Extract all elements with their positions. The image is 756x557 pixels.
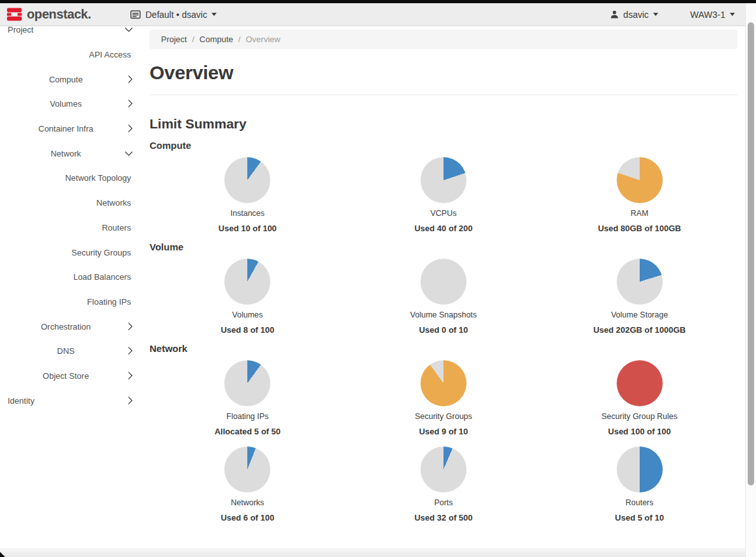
- chart-grid-compute: InstancesUsed 10 of 100VCPUsUsed 40 of 2…: [150, 157, 737, 233]
- openstack-logo-icon: [6, 6, 22, 22]
- chart-caption: Used 40 of 200: [414, 224, 472, 233]
- chart-caption: Used 9 of 10: [419, 427, 468, 436]
- pie-chart-instances: [224, 157, 270, 203]
- sidebar-item-label: Routers: [0, 222, 146, 232]
- user-icon: [610, 10, 619, 19]
- quota-chart-floating-ips: Floating IPsAllocated 5 of 50: [150, 360, 346, 436]
- chart-caption: Used 10 of 100: [219, 224, 277, 233]
- domain-list-icon: [130, 10, 141, 19]
- chart-caption: Used 100 of 100: [608, 427, 671, 436]
- chart-label: Volume Snapshots: [410, 310, 477, 319]
- chart-label: Routers: [626, 498, 654, 507]
- chart-caption: Used 32 of 500: [414, 513, 472, 523]
- sidebar-item-project[interactable]: Project: [0, 26, 146, 42]
- chart-label: Ports: [434, 498, 452, 507]
- quota-chart-routers: RoutersUsed 5 of 10: [541, 446, 737, 523]
- navbar-right: dsavic WAW3-1: [610, 10, 745, 20]
- breadcrumb: Project/Compute/Overview: [150, 29, 737, 49]
- sidebar-item-network-topology[interactable]: Network Topology: [0, 165, 146, 190]
- scrollbar-track[interactable]: [745, 3, 756, 557]
- chart-label: Volume Storage: [611, 310, 668, 319]
- region-menu-label: WAW3-1: [690, 10, 725, 20]
- pie-chart-security-group-rules: [617, 360, 663, 406]
- sidebar-item-label: Network: [0, 148, 146, 158]
- user-menu-label: dsavic: [623, 10, 649, 20]
- sidebar-item-floating-ips[interactable]: Floating IPs: [0, 289, 146, 314]
- quota-chart-volume-storage: Volume StorageUsed 202GB of 1000GB: [541, 259, 737, 335]
- chart-label: Instances: [231, 209, 265, 218]
- chart-label: Security Groups: [415, 412, 472, 421]
- sidebar-item-label: API Access: [0, 50, 146, 59]
- user-menu[interactable]: dsavic: [610, 10, 658, 20]
- sidebar-item-networks[interactable]: Networks: [0, 190, 146, 215]
- breadcrumb-separator: /: [238, 34, 241, 44]
- quota-chart-instances: InstancesUsed 10 of 100: [150, 157, 346, 233]
- chart-label: Networks: [231, 498, 264, 507]
- sidebar-item-label: Container Infra: [0, 124, 146, 134]
- sidebar-item-orchestration[interactable]: Orchestration: [0, 314, 146, 339]
- project-context-switcher[interactable]: Default • dsavic: [130, 10, 217, 20]
- sidebar-item-label: Object Store: [0, 370, 146, 380]
- sidebar-item-volumes[interactable]: Volumes: [0, 91, 146, 116]
- caret-down-icon: [212, 13, 217, 16]
- chart-caption: Used 0 of 10: [419, 325, 468, 335]
- sidebar-item-label: Orchestration: [0, 321, 146, 331]
- chart-label: Floating IPs: [226, 412, 268, 421]
- openstack-brand[interactable]: openstack.: [6, 6, 91, 22]
- quota-chart-ports: PortsUsed 32 of 500: [346, 446, 542, 523]
- context-switcher-label: Default • dsavic: [145, 10, 207, 20]
- region-menu[interactable]: WAW3-1: [690, 10, 735, 20]
- sidebar-item-identity[interactable]: Identity: [0, 388, 146, 413]
- group-heading-network: Network: [150, 343, 745, 354]
- quota-chart-volume-snapshots: Volume SnapshotsUsed 0 of 10: [346, 259, 542, 335]
- chart-caption: Allocated 5 of 50: [215, 427, 281, 436]
- sidebar-item-label: Floating IPs: [0, 296, 146, 306]
- sidebar-item-routers[interactable]: Routers: [0, 215, 146, 240]
- chart-caption: Used 202GB of 1000GB: [593, 325, 686, 335]
- quota-chart-networks: NetworksUsed 6 of 100: [150, 446, 346, 523]
- sidebar-item-object-store[interactable]: Object Store: [0, 363, 146, 388]
- caret-down-icon: [730, 13, 735, 16]
- pie-chart-ports: [420, 446, 467, 492]
- chart-grid-volume: VolumesUsed 8 of 100Volume SnapshotsUsed…: [150, 259, 737, 335]
- sidebar-item-dns[interactable]: DNS: [0, 339, 146, 363]
- pie-chart-volumes: [224, 259, 270, 305]
- limit-summary-heading: Limit Summary: [150, 116, 745, 132]
- pie-chart-ram: [617, 157, 663, 203]
- sidebar-item-label: Compute: [0, 74, 146, 84]
- window-bottom-edge: [0, 548, 745, 557]
- chart-caption: Used 8 of 100: [220, 325, 274, 335]
- breadcrumb-separator: /: [192, 34, 194, 44]
- main-content: Project/Compute/Overview Overview Limit …: [146, 26, 745, 557]
- breadcrumb-item-project[interactable]: Project: [161, 34, 187, 44]
- quota-chart-security-groups: Security GroupsUsed 9 of 10: [346, 360, 542, 436]
- caret-down-icon: [653, 13, 658, 16]
- chart-label: Volumes: [232, 310, 263, 319]
- sidebar-item-label: Networks: [0, 198, 146, 208]
- sidebar-item-container-infra[interactable]: Container Infra: [0, 116, 146, 141]
- pie-chart-volume-storage: [617, 259, 663, 305]
- sidebar-item-label: Volumes: [0, 99, 146, 109]
- sidebar-item-label: Network Topology: [0, 173, 146, 183]
- breadcrumb-item-overview: Overview: [245, 34, 280, 44]
- scrollbar-thumb[interactable]: [748, 22, 754, 485]
- pie-chart-routers: [617, 446, 663, 492]
- chart-caption: Used 5 of 10: [615, 513, 664, 523]
- sidebar-item-label: DNS: [0, 346, 146, 356]
- pie-chart-networks: [224, 446, 270, 492]
- chart-label: VCPUs: [431, 209, 457, 218]
- sidebar: ProjectAPI AccessComputeVolumesContainer…: [0, 26, 146, 548]
- sidebar-item-label: Load Balancers: [0, 272, 146, 282]
- sidebar-item-api-access[interactable]: API Access: [0, 42, 146, 67]
- sidebar-item-label: Identity: [0, 395, 146, 405]
- group-heading-volume: Volume: [150, 241, 745, 252]
- breadcrumb-item-compute[interactable]: Compute: [199, 34, 233, 44]
- sidebar-nav-list: ProjectAPI AccessComputeVolumesContainer…: [0, 26, 146, 413]
- sidebar-item-load-balancers[interactable]: Load Balancers: [0, 264, 146, 289]
- pie-chart-vcpus: [420, 157, 467, 203]
- chart-label: RAM: [631, 209, 649, 218]
- sidebar-item-network[interactable]: Network: [0, 141, 146, 165]
- sidebar-item-compute[interactable]: Compute: [0, 66, 146, 91]
- sidebar-item-label: Security Groups: [0, 247, 146, 257]
- sidebar-item-security-groups[interactable]: Security Groups: [0, 240, 146, 264]
